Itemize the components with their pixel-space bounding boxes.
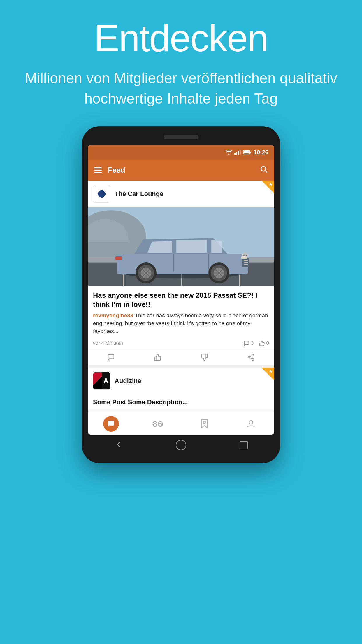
thumbsup-icon	[154, 354, 161, 361]
svg-rect-16	[173, 240, 176, 253]
feed-area: The Car Lounge ★	[88, 181, 274, 409]
back-triangle-icon	[114, 440, 122, 449]
post-card-2: A Audizine ★ Some Post Some Description.…	[88, 368, 274, 409]
feed-nav-icon: t	[103, 416, 119, 432]
audi-logo-left	[93, 372, 102, 389]
share-icon	[247, 354, 255, 361]
bottom-nav: t	[88, 412, 274, 435]
thumbsdown-icon	[201, 354, 208, 361]
status-icons	[226, 150, 250, 155]
thumbsup-action[interactable]	[134, 354, 181, 361]
heart-bookmark-icon	[200, 419, 209, 428]
battery-icon	[243, 150, 250, 154]
audizine-logo-bg: A	[93, 372, 110, 389]
svg-point-54	[249, 421, 253, 424]
speech-bubble-icon: t	[107, 420, 115, 428]
comment-action-icon	[107, 354, 115, 361]
card1-timestamp: vor 4 Minuten	[93, 340, 123, 346]
post-card-1: The Car Lounge ★	[88, 181, 274, 365]
card2-channel-name: Audizine	[115, 377, 141, 385]
star-icon-2: ★	[269, 369, 273, 374]
svg-rect-17	[208, 240, 211, 253]
status-time: 10:26	[254, 149, 268, 156]
phone-screen: 10:26 Feed	[88, 145, 274, 435]
app-bar: Feed	[88, 160, 274, 181]
card1-meta: vor 4 Minuten 3	[88, 337, 274, 349]
svg-line-1	[265, 171, 267, 172]
card1-channel-name: The Car Lounge	[115, 190, 163, 198]
nav-discover[interactable]	[134, 416, 181, 432]
svg-rect-23	[244, 264, 248, 265]
signal-icon	[234, 150, 241, 155]
card1-title: Has anyone else seen the new 2015 Passat…	[93, 291, 269, 309]
card2-header: A Audizine ★	[88, 368, 274, 394]
card1-header: The Car Lounge ★	[88, 181, 274, 207]
svg-text:t: t	[110, 421, 112, 425]
card1-stats: 3 0	[244, 340, 269, 346]
comments-stat: 3	[244, 340, 254, 346]
card1-author: revmyengine33	[93, 312, 133, 318]
share-action[interactable]	[228, 354, 274, 361]
svg-rect-22	[244, 262, 248, 263]
card1-content: Has anyone else seen the new 2015 Passat…	[88, 286, 274, 337]
comment-action[interactable]	[88, 354, 134, 361]
back-button[interactable]	[114, 440, 122, 450]
search-button[interactable]	[260, 165, 268, 175]
svg-line-47	[250, 358, 252, 359]
svg-line-48	[250, 356, 252, 357]
phone-mockup: 10:26 Feed	[0, 126, 362, 463]
nav-profile[interactable]	[228, 416, 274, 432]
binoculars-icon	[152, 419, 163, 428]
profile-icon	[246, 419, 256, 428]
svg-rect-27	[115, 256, 122, 260]
card2-logo[interactable]: A	[93, 372, 110, 390]
wifi-icon	[226, 150, 232, 155]
audi-logo-right: A	[102, 372, 110, 389]
featured-badge-2: ★	[261, 368, 274, 380]
hamburger-menu[interactable]	[94, 167, 102, 173]
app-bar-left: Feed	[94, 166, 125, 175]
card1-body: revmyengine33 This car has always been a…	[93, 312, 269, 335]
app-bar-title: Feed	[108, 166, 125, 175]
car-illustration: VW	[88, 207, 274, 286]
featured-badge: ★	[261, 181, 274, 193]
status-bar: 10:26	[88, 145, 274, 160]
svg-point-44	[252, 354, 254, 356]
phone-device: 10:26 Feed	[82, 126, 280, 463]
comment-icon	[244, 340, 249, 346]
card1-actions	[88, 349, 274, 365]
nav-favorites[interactable]	[181, 416, 228, 432]
svg-point-52	[154, 423, 157, 426]
hero-section: Entdecken Millionen von Mitglieder veröf…	[0, 0, 362, 120]
thumbsdown-action[interactable]	[181, 354, 228, 361]
svg-rect-26	[241, 256, 247, 259]
svg-point-53	[159, 423, 162, 426]
svg-point-45	[248, 356, 250, 358]
home-button[interactable]	[176, 440, 186, 450]
card1-logo[interactable]	[93, 185, 110, 203]
comments-count: 3	[251, 340, 254, 346]
phone-speaker	[164, 135, 198, 139]
likes-count: 0	[266, 340, 269, 346]
recents-button[interactable]	[240, 441, 248, 449]
card1-image: VW	[88, 207, 274, 286]
phone-nav-buttons	[88, 435, 274, 454]
nav-feed[interactable]: t	[88, 416, 134, 432]
like-icon	[259, 340, 265, 346]
car-lounge-logo-svg	[93, 186, 110, 202]
star-icon: ★	[269, 182, 273, 187]
hero-subtitle: Millionen von Mitglieder veröffentlichen…	[23, 68, 339, 109]
svg-rect-15	[175, 240, 207, 253]
hero-title: Entdecken	[23, 18, 339, 59]
likes-stat: 0	[259, 340, 269, 346]
card2-partial-text: Some Post Some Description...	[88, 394, 274, 409]
svg-rect-21	[244, 260, 248, 261]
svg-point-46	[252, 358, 254, 360]
